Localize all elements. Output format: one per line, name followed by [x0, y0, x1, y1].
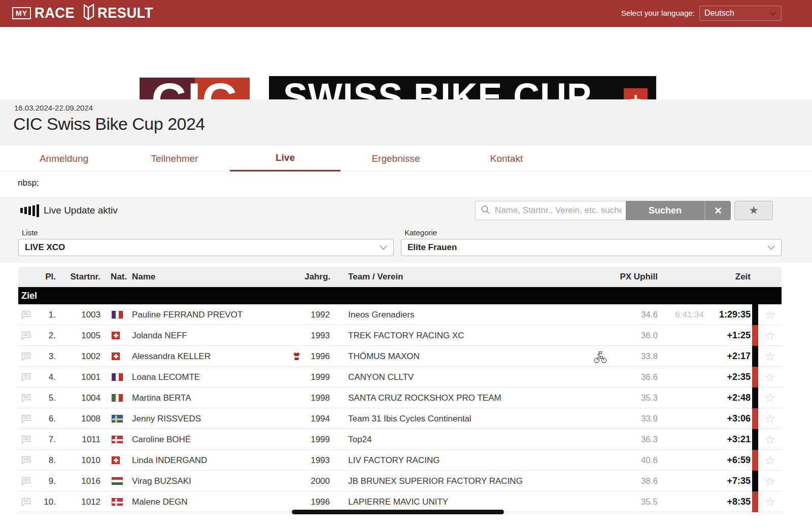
favorite-star-icon[interactable]: ☆	[758, 392, 782, 404]
results-table: Pl. Startnr. Nat. Name Jahrg. Team / Ver…	[18, 267, 782, 512]
team-name: THÖMUS MAXON	[330, 351, 607, 362]
table-row[interactable]: 2. 1005 Jolanda NEFF 1993 TREK FACTORY R…	[18, 325, 782, 346]
favorite-star-icon[interactable]: ☆	[758, 330, 782, 342]
table-row[interactable]: 7. 1011 Caroline BOHÉ 1999 Top24 36.3 +3…	[18, 429, 782, 450]
race-time: +2:17	[704, 351, 751, 362]
team-name: TREK FACTORY RACING XC	[330, 331, 607, 341]
px-uphill-value: 36.3	[607, 435, 658, 445]
nation-flag	[112, 456, 120, 464]
table-row[interactable]: 3. 1002 Alessandra KELLER 1996 THÖMUS MA…	[18, 346, 782, 367]
race-time: +8:35	[704, 497, 751, 507]
favorite-star-icon[interactable]: ☆	[758, 454, 782, 467]
table-row[interactable]: 8. 1010 Linda INDERGAND 1993 LIV FACTORY…	[18, 450, 782, 471]
px-uphill-value: 33.8	[607, 351, 658, 362]
table-row[interactable]: 10. 1012 Malene DEGN 1996 LAPIERRE MAVIC…	[18, 491, 782, 512]
gap-bar	[752, 325, 758, 346]
my-raceresult-logo[interactable]: MY RACE RESULT	[12, 3, 157, 24]
favorites-button[interactable]: ★	[734, 201, 773, 220]
team-name: LAPIERRE MAVIC UNITY	[330, 497, 607, 507]
tab-anmeldung[interactable]: Anmeldung	[9, 146, 119, 171]
event-date-range: 16.03.2024-22.09.2024	[14, 103, 93, 112]
comment-icon[interactable]	[18, 331, 33, 340]
px-uphill-value: 38.6	[607, 476, 658, 486]
cic-logo: CIC	[140, 78, 250, 99]
race-time: +6:59	[704, 455, 751, 466]
comment-icon[interactable]	[18, 394, 33, 402]
comment-icon[interactable]	[18, 352, 33, 361]
favorite-star-icon[interactable]: ☆	[758, 475, 782, 487]
table-row[interactable]: 6. 1008 Jenny RISSVEDS 1994 Team 31 Ibis…	[18, 408, 782, 429]
birth-year: 1996	[304, 497, 330, 507]
tab-kontakt[interactable]: Kontakt	[451, 146, 562, 171]
tab-label: Anmeldung	[40, 153, 88, 164]
star-icon: ★	[749, 204, 759, 217]
search-input[interactable]	[494, 205, 623, 216]
bib-number: 1010	[56, 455, 100, 466]
birth-year: 1998	[304, 393, 330, 403]
gap-bar	[752, 491, 758, 512]
bib-number: 1004	[56, 393, 100, 403]
tab-label: Teilnehmer	[151, 153, 198, 164]
bib-number: 1001	[56, 372, 100, 382]
px-uphill-value: 35.5	[607, 497, 658, 507]
team-name: JB BRUNEX SUPERIOR FACTORY RACING	[330, 476, 607, 486]
birth-year: 1992	[304, 310, 330, 320]
comment-icon[interactable]	[18, 435, 33, 444]
favorite-star-icon[interactable]: ☆	[758, 371, 782, 383]
liste-select[interactable]: LIVE XCO	[18, 239, 394, 256]
kategorie-select[interactable]: Elite Frauen	[401, 239, 782, 256]
gap-bar	[752, 367, 758, 387]
tabs-container: Anmeldung Teilnehmer Live Ergebnisse Kon…	[9, 146, 562, 171]
table-row[interactable]: 5. 1004 Martina BERTA 1998 SANTA CRUZ RO…	[18, 387, 782, 408]
px-uphill-value: 36.6	[607, 372, 658, 382]
favorite-star-icon[interactable]: ☆	[758, 413, 782, 425]
clear-search-button[interactable]: ✕	[705, 201, 731, 220]
race-time: 1:29:35	[704, 309, 751, 320]
swiss-cross-icon: +	[624, 88, 648, 99]
birth-year: 1999	[304, 435, 330, 445]
tab-teilnehmer[interactable]: Teilnehmer	[119, 146, 230, 171]
event-banner: CIC SWISS BIKE CUP +	[140, 75, 656, 99]
liste-value: LIVE XCO	[25, 242, 65, 253]
nation-flag	[112, 415, 123, 422]
header-zeit: Zeit	[704, 272, 751, 282]
logo-race-text: RACE	[35, 5, 75, 21]
team-name: LIV FACTORY RACING	[330, 455, 607, 466]
comment-icon[interactable]	[18, 456, 33, 465]
horizontal-scrollbar[interactable]	[292, 510, 504, 514]
favorite-star-icon[interactable]: ☆	[758, 434, 782, 446]
liste-label: Liste	[22, 228, 38, 237]
table-row[interactable]: 1. 1003 Pauline FERRAND PREVOT 1992 Ineo…	[18, 304, 782, 325]
tab-ergebnisse[interactable]: Ergebnisse	[341, 146, 451, 171]
table-row[interactable]: 9. 1016 Virag BUZSAKI 2000 JB BRUNEX SUP…	[18, 471, 782, 491]
live-update-indicator: Live Update aktiv	[20, 201, 118, 220]
bib-number: 1002	[56, 351, 100, 362]
language-select[interactable]: Deutsch	[699, 6, 782, 21]
race-time: +3:21	[704, 434, 751, 445]
search-button[interactable]: Suchen	[626, 201, 705, 220]
race-time: +2:48	[704, 393, 751, 403]
birth-year: 1999	[304, 372, 330, 382]
rider-name: Martina BERTA	[132, 393, 191, 403]
toolbar-block: Live Update aktiv Suchen ✕ ★ Liste LIVE …	[0, 197, 812, 263]
rank: 6.	[33, 414, 56, 424]
comment-icon[interactable]	[18, 310, 33, 319]
comment-icon[interactable]	[18, 477, 33, 485]
header-name: Name	[132, 272, 304, 282]
favorite-star-icon[interactable]: ☆	[758, 309, 782, 321]
kategorie-label: Kategorie	[404, 228, 437, 237]
header-jahrg: Jahrg.	[304, 272, 330, 282]
gap-bar	[752, 408, 758, 429]
logo-my-badge: MY	[12, 7, 31, 19]
tab-label: Ergebnisse	[371, 153, 420, 164]
chevron-down-icon	[769, 9, 776, 18]
comment-icon[interactable]	[18, 498, 33, 506]
table-row[interactable]: 4. 1001 Loana LECOMTE 1999 CANYON CLLTV …	[18, 367, 782, 387]
tab-live[interactable]: Live	[230, 146, 341, 171]
comment-icon[interactable]	[18, 373, 33, 381]
nation-flag	[112, 477, 123, 485]
favorite-star-icon[interactable]: ☆	[758, 496, 782, 508]
px-uphill-value: 34.6	[607, 310, 658, 320]
comment-icon[interactable]	[18, 414, 33, 423]
favorite-star-icon[interactable]: ☆	[758, 350, 782, 363]
